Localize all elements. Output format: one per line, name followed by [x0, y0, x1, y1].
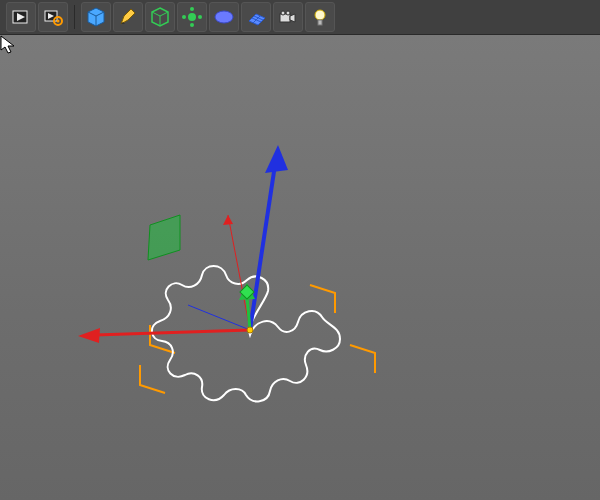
svg-point-13 [190, 7, 194, 11]
viewport-scene [0, 35, 600, 500]
generator-icon [149, 6, 171, 28]
render-settings-icon [43, 7, 63, 27]
render-picture-icon [11, 7, 31, 27]
svg-point-26 [315, 10, 325, 20]
svg-point-14 [190, 23, 194, 27]
add-generator-button[interactable] [145, 2, 175, 32]
cube-icon [85, 6, 107, 28]
svg-point-12 [188, 13, 196, 21]
svg-marker-29 [223, 215, 233, 225]
svg-line-36 [247, 297, 250, 330]
add-light-button[interactable] [305, 2, 335, 32]
add-cube-button[interactable] [81, 2, 111, 32]
svg-marker-35 [265, 145, 288, 173]
floor-icon [245, 6, 267, 28]
gizmo-z-axis[interactable] [250, 145, 288, 330]
svg-point-17 [215, 11, 233, 23]
perspective-viewport[interactable] [0, 35, 600, 500]
add-camera-button[interactable] [273, 2, 303, 32]
svg-line-30 [188, 305, 250, 330]
svg-marker-31 [148, 215, 180, 260]
sky-icon [213, 6, 235, 28]
add-floor-button[interactable] [241, 2, 271, 32]
svg-line-28 [228, 215, 250, 330]
svg-point-25 [286, 11, 290, 15]
svg-marker-8 [121, 9, 135, 24]
svg-point-16 [198, 15, 202, 19]
gizmo-secondary [188, 215, 250, 330]
gizmo-origin[interactable] [247, 327, 253, 333]
camera-icon [277, 6, 299, 28]
main-toolbar [0, 0, 600, 35]
toolbar-separator [74, 5, 75, 29]
svg-rect-27 [318, 20, 322, 25]
add-deformer-button[interactable] [177, 2, 207, 32]
svg-point-15 [182, 15, 186, 19]
svg-marker-33 [78, 328, 100, 343]
render-picture-button[interactable] [6, 2, 36, 32]
gizmo-plane-yz[interactable] [148, 215, 180, 260]
light-icon [309, 6, 331, 28]
deformer-icon [181, 6, 203, 28]
svg-marker-23 [290, 14, 295, 22]
svg-point-24 [281, 11, 285, 15]
pen-icon [117, 6, 139, 28]
svg-point-5 [57, 20, 60, 23]
render-settings-button[interactable] [38, 2, 68, 32]
add-spline-button[interactable] [113, 2, 143, 32]
add-environment-button[interactable] [209, 2, 239, 32]
svg-line-32 [95, 330, 250, 335]
svg-line-34 [250, 165, 275, 330]
